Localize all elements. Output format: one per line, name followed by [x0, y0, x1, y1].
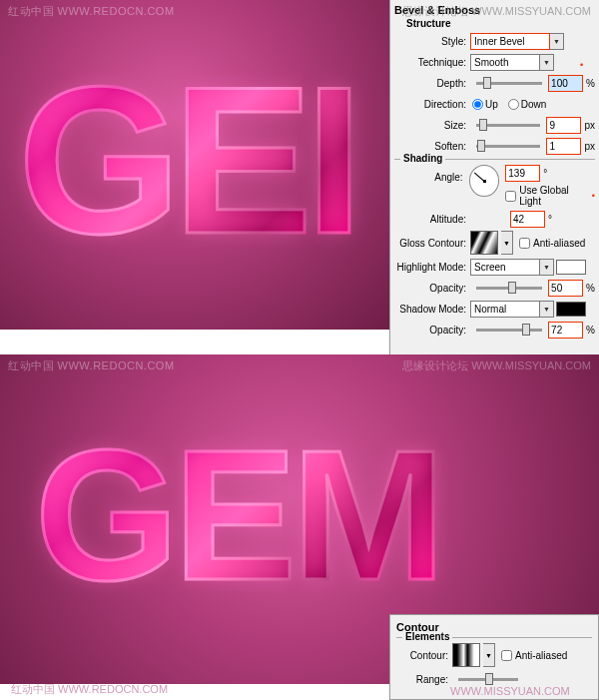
bottom-panel: 红动中国 WWW.REDOCN.COM 思缘设计论坛 WWW.MISSYUAN.…	[0, 354, 599, 700]
red-marker2-icon: •	[592, 191, 595, 201]
style-label: Style:	[394, 36, 466, 47]
watermark-bl: 红动中国 WWW.REDOCN.COM	[11, 682, 168, 697]
altitude-unit: °	[548, 214, 552, 225]
gloss-contour-label: Gloss Contour:	[394, 238, 466, 249]
gloss-contour-dropdown[interactable]: ▼	[501, 231, 513, 255]
shading-fieldset: Shading Angle: ° Use Global Light •	[394, 159, 595, 339]
shadow-mode-select[interactable]	[470, 301, 540, 318]
watermark-tl2: 红动中国 WWW.REDOCN.COM	[8, 358, 175, 373]
highlight-mode-select[interactable]	[470, 259, 540, 276]
preview-top: 红动中国 WWW.REDOCN.COM GEI	[0, 0, 389, 330]
watermark-tl: 红动中国 WWW.REDOCN.COM	[8, 4, 175, 19]
soften-slider-thumb[interactable]	[477, 140, 485, 152]
size-input[interactable]	[546, 117, 581, 134]
depth-slider-thumb[interactable]	[483, 77, 491, 89]
size-row: Size: px	[394, 116, 595, 134]
watermark-tr2: 思缘设计论坛 WWW.MISSYUAN.COM	[402, 358, 591, 373]
contour-dialog: Contour Elements Contour: ▼ Anti-aliased…	[389, 614, 599, 700]
technique-label: Technique:	[394, 57, 466, 68]
shadow-opacity-unit: %	[586, 325, 595, 336]
soften-slider[interactable]	[476, 145, 540, 148]
structure-title: Structure	[406, 18, 595, 29]
size-slider[interactable]	[476, 124, 540, 127]
direction-row: Direction: Up Down	[394, 95, 595, 113]
contour-elements-fieldset: Elements Contour: ▼ Anti-aliased Range:	[396, 637, 592, 688]
direction-up-label: Up	[485, 99, 498, 110]
style-row: Style: ▼	[394, 32, 595, 50]
highlight-mode-row: Highlight Mode: ▼	[394, 258, 595, 276]
depth-unit: %	[586, 78, 595, 89]
shadow-opacity-label: Opacity:	[394, 325, 466, 336]
angle-input[interactable]	[505, 165, 540, 182]
shadow-opacity-thumb[interactable]	[522, 324, 530, 336]
contour-label: Contour:	[396, 650, 448, 661]
highlight-mode-label: Highlight Mode:	[394, 262, 466, 273]
contour-aa-label: Anti-aliased	[515, 650, 567, 661]
gloss-contour-row: Gloss Contour: ▼ Anti-aliased	[394, 231, 595, 255]
shading-title: Shading	[400, 153, 445, 164]
global-light-label: Use Global Light	[519, 185, 589, 207]
size-unit: px	[584, 120, 595, 131]
soften-input[interactable]	[546, 138, 581, 155]
depth-label: Depth:	[394, 78, 466, 89]
contour-thumb[interactable]	[452, 643, 480, 667]
highlight-opacity-slider[interactable]	[476, 287, 542, 290]
direction-down-label: Down	[521, 99, 547, 110]
shadow-color-swatch[interactable]	[556, 302, 586, 317]
technique-dropdown-arrow[interactable]: ▼	[540, 54, 554, 71]
contour-row: Contour: ▼ Anti-aliased	[396, 643, 592, 667]
size-label: Size:	[394, 120, 466, 131]
watermark-tr: 思缘设计论坛 WWW.MISSYUAN.COM	[402, 4, 591, 19]
gloss-contour-thumb[interactable]	[470, 231, 498, 255]
altitude-label: Altitude:	[394, 214, 466, 225]
highlight-opacity-input[interactable]	[548, 280, 583, 297]
angle-row: Angle: ° Use Global Light •	[394, 165, 595, 207]
gloss-aa-checkbox[interactable]	[519, 238, 530, 249]
direction-down-radio[interactable]	[508, 99, 519, 110]
top-panel: 红动中国 WWW.REDOCN.COM GEI 思缘设计论坛 WWW.MISSY…	[0, 0, 599, 354]
range-slider-thumb[interactable]	[485, 673, 493, 685]
shadow-opacity-slider[interactable]	[476, 329, 542, 332]
contour-elements-title: Elements	[402, 631, 452, 642]
gem-text-bottom: GEM	[35, 409, 440, 621]
altitude-row: Altitude: °	[394, 210, 595, 228]
red-marker-icon: •	[580, 60, 583, 70]
watermark-br: WWW.MISSYUAN.COM	[450, 685, 468, 697]
soften-label: Soften:	[394, 141, 466, 152]
depth-row: Depth: %	[394, 74, 595, 92]
highlight-opacity-label: Opacity:	[394, 283, 466, 294]
gloss-aa-label: Anti-aliased	[533, 238, 585, 249]
bevel-emboss-dialog: 思缘设计论坛 WWW.MISSYUAN.COM Bevel & Emboss S…	[389, 0, 599, 354]
highlight-mode-dropdown[interactable]: ▼	[540, 259, 554, 276]
soften-unit: px	[584, 141, 595, 152]
style-select[interactable]	[470, 33, 550, 50]
highlight-opacity-unit: %	[586, 283, 595, 294]
technique-row: Technique: ▼	[394, 53, 595, 71]
direction-up-radio[interactable]	[472, 99, 483, 110]
depth-slider[interactable]	[476, 82, 542, 85]
highlight-opacity-row: Opacity: %	[394, 279, 595, 297]
shadow-opacity-row: Opacity: %	[394, 321, 595, 339]
altitude-input[interactable]	[510, 211, 545, 228]
range-slider[interactable]	[458, 678, 518, 681]
depth-input[interactable]	[548, 75, 583, 92]
angle-unit: °	[543, 168, 547, 179]
contour-aa-checkbox[interactable]	[501, 650, 512, 661]
shadow-mode-row: Shadow Mode: ▼	[394, 300, 595, 318]
direction-label: Direction:	[394, 99, 466, 110]
style-dropdown-arrow[interactable]: ▼	[550, 33, 564, 50]
contour-dropdown[interactable]: ▼	[483, 643, 495, 667]
shadow-opacity-input[interactable]	[548, 322, 583, 339]
range-label: Range:	[396, 674, 448, 685]
angle-dial[interactable]	[469, 165, 500, 197]
technique-select[interactable]	[470, 54, 540, 71]
shadow-mode-label: Shadow Mode:	[394, 304, 466, 315]
angle-label: Angle:	[394, 172, 463, 183]
gem-text-top: GEI	[18, 40, 355, 282]
size-slider-thumb[interactable]	[479, 119, 487, 131]
global-light-checkbox[interactable]	[505, 191, 516, 202]
shadow-mode-dropdown[interactable]: ▼	[540, 301, 554, 318]
highlight-opacity-thumb[interactable]	[508, 282, 516, 294]
highlight-color-swatch[interactable]	[556, 260, 586, 275]
